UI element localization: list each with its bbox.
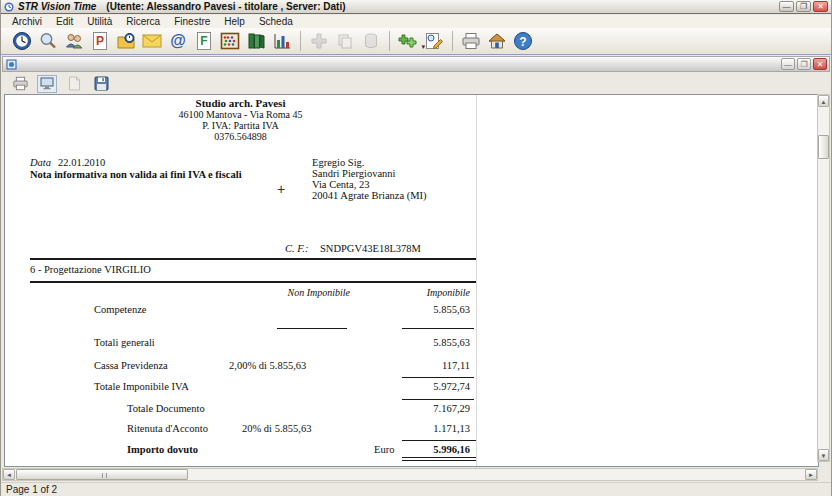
users-icon[interactable] [61,29,87,53]
horizontal-scrollbar[interactable]: ◄ ► [2,468,818,481]
scroll-left-button[interactable]: ◄ [3,469,15,480]
menu-bar: Archivi Edit Utilità Ricerca Finestre He… [1,15,831,28]
table-row-cassa-previdenza: Cassa Previdenza 2,00% di 5.855,63 117,1… [5,360,476,373]
row-value: 1.171,13 [370,423,470,434]
menu-archivi[interactable]: Archivi [5,15,49,28]
row-detail: 2,00% di 5.855,63 [229,360,306,371]
row-value: 7.167,29 [370,403,470,414]
row-label: Totale Imponibile IVA [94,381,189,392]
mail-icon[interactable] [139,29,165,53]
add-multi-icon[interactable]: ▾ [395,29,421,53]
toolbar-separator [452,31,453,51]
column-imponibile: Imponibile [370,287,470,298]
folder-clock-icon[interactable] [113,29,139,53]
letterhead-address: 46100 Mantova - Via Roma 45 [5,109,476,120]
row-detail: 20% di 5.855,63 [242,423,311,434]
add-icon [306,29,332,53]
preview-window-icon [6,59,17,70]
print-icon[interactable] [10,75,30,93]
mdi-minimize-button[interactable]: — [781,58,795,70]
document-f-icon[interactable]: F [191,29,217,53]
double-underline-top [402,457,476,458]
table-row-totale-imponibile-iva: Totale Imponibile IVA 5.972,74 [5,381,476,394]
grand-total-rule [402,440,476,441]
close-button[interactable]: ✕ [813,1,828,12]
letterhead-piva: P. IVA: Partita IVA [5,120,476,131]
at-icon[interactable]: @ [165,29,191,53]
toolbar-separator [300,31,301,51]
total-rule [402,377,474,378]
subtotal-rule-right [402,328,474,329]
scroll-right-button[interactable]: ► [805,469,817,480]
main-toolbar: P @ F ▾ ? [1,28,831,55]
note-text: Nota informativa non valida ai fini IVA … [30,169,242,180]
recipient-salutation: Egregio Sig. [312,157,365,168]
table-row-importo-dovuto: Importo dovuto Euro 5.996,16 [5,444,476,457]
scroll-down-button[interactable]: ▼ [818,449,829,461]
row-label: Totali generali [94,337,155,348]
section-title: 6 - Progettazione VIRGILIO [30,264,151,275]
time-icon[interactable] [9,29,35,53]
crop-mark: + [277,181,285,197]
recipient-city: 20041 Agrate Brianza (MI) [312,190,427,201]
toolbar-separator [389,31,390,51]
table-row-totale-documento: Totale Documento 7.167,29 [5,403,476,416]
row-label: Cassa Previdenza [94,360,168,371]
table-row-totali-generali: Totali generali 5.855,63 [5,337,476,350]
home-icon[interactable] [484,29,510,53]
row-value: 117,11 [370,360,470,371]
copy-icon [332,29,358,53]
date-label: Data [30,157,51,168]
page-edge-line [476,95,477,466]
vertical-scrollbar[interactable]: ▲ ▼ [817,94,830,462]
section-rule-top [30,258,476,260]
menu-edit[interactable]: Edit [49,15,80,28]
cf-value: SNDPGV43E18L378M [320,243,421,254]
menu-scheda[interactable]: Scheda [252,15,300,28]
double-underline-bottom [402,460,476,461]
date-value: 22.01.2010 [58,157,105,168]
row-value: 5.996,16 [370,444,470,455]
report-page: Studio arch. Pavesi 46100 Mantova - Via … [5,95,476,466]
menu-utilita[interactable]: Utilità [80,15,119,28]
restore-button[interactable]: ❐ [796,1,811,12]
column-non-imponibile: Non Imponibile [250,287,350,298]
row-label: Totale Documento [127,403,205,414]
window-titlebar[interactable]: STR Vision Time (Utente: Alessandro Pave… [1,0,831,14]
mdi-restore-button[interactable]: ❐ [797,58,811,70]
table-row-ritenuta-acconto: Ritenuta d'Acconto 20% di 5.855,63 1.171… [5,423,476,436]
print-icon[interactable] [458,29,484,53]
horizontal-scroll-thumb[interactable] [16,469,188,480]
svg-text:P: P [96,34,104,48]
letterhead-phone: 0376.564898 [5,131,476,142]
status-bar: Page 1 of 2 [1,482,831,496]
mdi-close-button[interactable]: ✕ [813,58,827,70]
row-label: Importo dovuto [127,444,198,455]
row-value: 5.855,63 [370,304,470,315]
edit-icon[interactable] [421,29,447,53]
section-rule-bottom [30,281,476,283]
search-icon[interactable] [35,29,61,53]
menu-help[interactable]: Help [217,15,252,28]
cf-label: C. F.: [285,243,308,254]
menu-ricerca[interactable]: Ricerca [119,15,167,28]
delete-icon [358,29,384,53]
vertical-scroll-thumb[interactable] [818,135,829,159]
abacus-icon[interactable] [217,29,243,53]
minimize-button[interactable]: — [779,1,794,12]
menu-finestre[interactable]: Finestre [167,15,217,28]
preview-monitor-icon[interactable] [37,75,57,93]
scroll-up-button[interactable]: ▲ [818,95,829,107]
recipient-street: Via Centa, 23 [312,179,369,190]
books-icon[interactable] [243,29,269,53]
chart-icon[interactable] [269,29,295,53]
help-icon[interactable]: ? [510,29,536,53]
preview-window-titlebar[interactable]: — ❐ ✕ [2,56,830,72]
document-p-icon[interactable]: P [87,29,113,53]
page-indicator: Page 1 of 2 [6,484,57,495]
window-title-suffix: (Utente: Alessandro Pavesi - titolare , … [106,1,345,12]
app-window: { "window": { "app_name": "STR Vision Ti… [0,0,832,496]
total-rule [402,399,474,400]
document-preview-area[interactable]: Studio arch. Pavesi 46100 Mantova - Via … [4,94,819,467]
save-icon[interactable] [91,75,111,93]
